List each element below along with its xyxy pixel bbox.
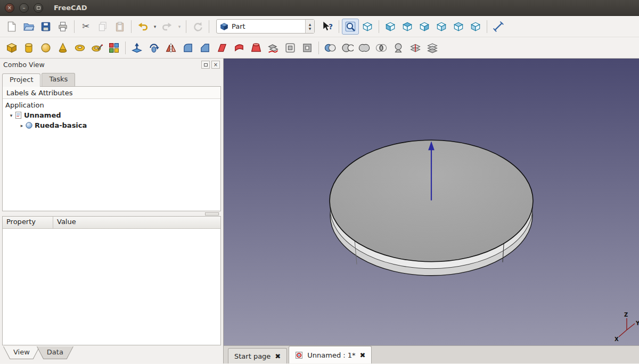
- cut-boolean-button[interactable]: [339, 40, 356, 56]
- expander-open-icon[interactable]: ▾: [8, 113, 14, 118]
- sweep-button[interactable]: [265, 40, 282, 56]
- expander-closed-icon[interactable]: ▸: [19, 123, 25, 128]
- shape-builder-button[interactable]: [105, 40, 122, 56]
- new-document-icon: [6, 21, 18, 32]
- refresh-button[interactable]: [189, 19, 206, 35]
- rear-view-button[interactable]: [433, 19, 450, 35]
- cylinder-icon: [22, 42, 35, 54]
- tab-tasks[interactable]: Tasks: [42, 73, 75, 86]
- section-button[interactable]: [390, 40, 407, 56]
- axonometric-view-button[interactable]: [359, 19, 376, 35]
- measure-distance-button[interactable]: [490, 19, 507, 35]
- cone-icon: [56, 42, 69, 54]
- panel-splitter[interactable]: [0, 211, 223, 216]
- panel-float-button[interactable]: [201, 61, 210, 69]
- window-titlebar[interactable]: × – FreeCAD: [0, 0, 639, 16]
- union-icon: [358, 42, 371, 54]
- property-panel: Property Value: [2, 216, 221, 345]
- chamfer-button[interactable]: [196, 40, 214, 56]
- save-icon: [40, 21, 52, 32]
- tree-item-unnamed[interactable]: ▾ Unnamed: [3, 110, 220, 120]
- cut-boolean-icon: [341, 42, 354, 54]
- torus-button[interactable]: [71, 40, 88, 56]
- whats-this-button[interactable]: ?: [319, 19, 336, 35]
- freecad-document-icon: [295, 351, 303, 359]
- create-primitives-button[interactable]: [88, 40, 105, 56]
- column-value[interactable]: Value: [53, 217, 80, 228]
- document-tabbar: Start page ✖ Unnamed : 1* ✖: [224, 345, 639, 363]
- workbench-selector[interactable]: Part ▲▼: [216, 19, 315, 34]
- intersection-button[interactable]: [373, 40, 390, 56]
- fillet-button[interactable]: [179, 40, 196, 56]
- mirror-button[interactable]: [162, 40, 179, 56]
- undo-button[interactable]: [134, 19, 151, 35]
- save-document-button[interactable]: [37, 19, 54, 35]
- combo-view-tabbar: Project Tasks: [0, 71, 223, 86]
- tab-data[interactable]: Data: [37, 346, 73, 359]
- window-minimize-button[interactable]: –: [19, 3, 29, 13]
- window-maximize-button[interactable]: [34, 3, 43, 13]
- compound-button[interactable]: [424, 40, 441, 56]
- tree-root-application[interactable]: Application: [3, 100, 220, 110]
- redo-dropdown-button[interactable]: ▾: [176, 19, 183, 35]
- toolbar-separator: [318, 42, 319, 54]
- new-document-button[interactable]: [3, 19, 20, 35]
- make-face-icon: [216, 42, 228, 54]
- cone-button[interactable]: [54, 40, 71, 56]
- cylinder-button[interactable]: [20, 40, 37, 56]
- make-face-button[interactable]: [214, 40, 231, 56]
- window-title: FreeCAD: [54, 4, 87, 12]
- cut-button[interactable]: ✂: [77, 19, 94, 35]
- bottom-view-button[interactable]: [450, 19, 467, 35]
- revolve-button[interactable]: [145, 40, 162, 56]
- cross-sections-button[interactable]: [407, 40, 424, 56]
- top-view-button[interactable]: [399, 19, 416, 35]
- tree-item-rueda-basica[interactable]: ▸ Rueda-basica: [3, 120, 220, 130]
- chamfer-icon: [199, 42, 211, 54]
- workbench-selector-spinner[interactable]: ▲▼: [305, 20, 314, 33]
- sphere-icon: [39, 42, 52, 54]
- loft-button[interactable]: [248, 40, 265, 56]
- property-table-body[interactable]: [3, 229, 220, 345]
- ruled-surface-button[interactable]: [231, 40, 248, 56]
- column-property[interactable]: Property: [3, 217, 53, 228]
- tab-project[interactable]: Project: [2, 73, 40, 87]
- sphere-button[interactable]: [37, 40, 54, 56]
- undo-icon: [137, 21, 149, 32]
- right-view-button[interactable]: [416, 19, 433, 35]
- property-table-header: Property Value: [3, 217, 220, 229]
- right-view-icon: [419, 21, 430, 32]
- rear-view-icon: [436, 21, 447, 32]
- tab-start-page[interactable]: Start page ✖: [228, 348, 287, 363]
- offset-button[interactable]: [282, 40, 299, 56]
- svg-text:Y: Y: [635, 320, 639, 326]
- open-document-button[interactable]: [20, 19, 37, 35]
- minimize-icon: –: [23, 5, 26, 11]
- extrude-button[interactable]: [128, 40, 145, 56]
- union-button[interactable]: [356, 40, 373, 56]
- window-close-button[interactable]: ×: [5, 3, 14, 13]
- copy-button[interactable]: [94, 19, 111, 35]
- float-icon: [204, 63, 208, 67]
- fit-all-button[interactable]: [342, 19, 359, 35]
- 3d-view[interactable]: Z Y X: [224, 59, 639, 345]
- front-view-button[interactable]: [382, 19, 399, 35]
- print-button[interactable]: [54, 19, 71, 35]
- ruled-surface-icon: [233, 42, 245, 54]
- undo-dropdown-button[interactable]: ▾: [151, 19, 159, 35]
- close-tab-icon[interactable]: ✖: [360, 351, 366, 359]
- tab-view[interactable]: View: [3, 346, 40, 359]
- boolean-button[interactable]: [322, 40, 339, 56]
- box-button[interactable]: [3, 40, 20, 56]
- model-tree[interactable]: Application ▾ Unnamed ▸: [3, 99, 220, 211]
- panel-close-button[interactable]: ×: [211, 61, 220, 69]
- toolbar-separator: [209, 20, 209, 33]
- splitter-handle[interactable]: [205, 212, 219, 216]
- redo-button[interactable]: [159, 19, 176, 35]
- cross-sections-icon: [409, 42, 422, 54]
- paste-button[interactable]: [111, 19, 128, 35]
- close-tab-icon[interactable]: ✖: [275, 352, 281, 360]
- tab-unnamed-document[interactable]: Unnamed : 1* ✖: [289, 346, 372, 363]
- left-view-button[interactable]: [467, 19, 484, 35]
- thickness-button[interactable]: [299, 40, 316, 56]
